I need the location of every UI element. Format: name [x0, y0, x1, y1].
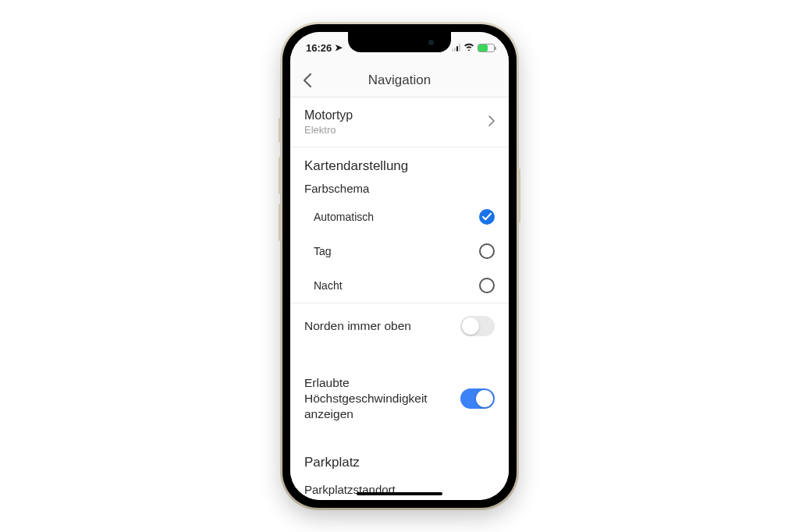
parking-location-row[interactable]: Parkplatzstandort: [290, 478, 509, 500]
location-icon: ➤: [335, 42, 343, 53]
color-scheme-option[interactable]: Tag: [290, 234, 509, 268]
radio-unchecked-icon[interactable]: [479, 278, 495, 293]
notch: [348, 32, 451, 52]
color-scheme-option-label: Tag: [314, 245, 332, 257]
engine-type-label: Motortyp: [304, 108, 353, 122]
nav-header: Navigation: [290, 63, 509, 98]
chevron-right-icon: [488, 114, 495, 130]
color-scheme-label: Farbschema: [290, 177, 509, 200]
side-button: [279, 204, 282, 241]
wifi-icon: [463, 42, 474, 53]
north-up-toggle[interactable]: [460, 316, 495, 336]
speed-limit-toggle[interactable]: [460, 388, 495, 409]
color-scheme-option[interactable]: Nacht: [290, 268, 509, 303]
home-indicator[interactable]: [357, 492, 442, 495]
content[interactable]: Motortyp Elektro Kartendarstellung Farbs…: [290, 98, 509, 500]
engine-type-value: Elektro: [304, 124, 353, 136]
side-button: [517, 168, 520, 223]
parking-section-title: Parkplatz: [290, 449, 509, 473]
color-scheme-option-label: Automatisch: [314, 211, 374, 223]
cellular-icon: [452, 44, 460, 51]
speed-limit-label: Erlaubte Höchstgeschwindigkeit anzeigen: [304, 375, 445, 422]
phone-frame: 16:26 ➤ Navigation: [282, 24, 517, 508]
radio-checked-icon[interactable]: [479, 209, 495, 225]
color-scheme-option[interactable]: Automatisch: [290, 200, 509, 234]
screen: 16:26 ➤ Navigation: [290, 32, 509, 500]
north-up-label: Norden immer oben: [304, 318, 411, 334]
map-display-section-title: Kartendarstellung: [290, 147, 509, 177]
side-button: [279, 118, 282, 143]
battery-icon: [478, 44, 495, 52]
north-up-row[interactable]: Norden immer oben: [290, 303, 509, 349]
color-scheme-option-label: Nacht: [314, 279, 343, 292]
engine-type-row[interactable]: Motortyp Elektro: [290, 98, 509, 147]
radio-unchecked-icon[interactable]: [479, 243, 495, 259]
back-button[interactable]: [290, 63, 325, 98]
side-button: [279, 157, 282, 194]
speed-limit-row[interactable]: Erlaubte Höchstgeschwindigkeit anzeigen: [290, 363, 509, 434]
status-time: 16:26: [306, 42, 332, 54]
